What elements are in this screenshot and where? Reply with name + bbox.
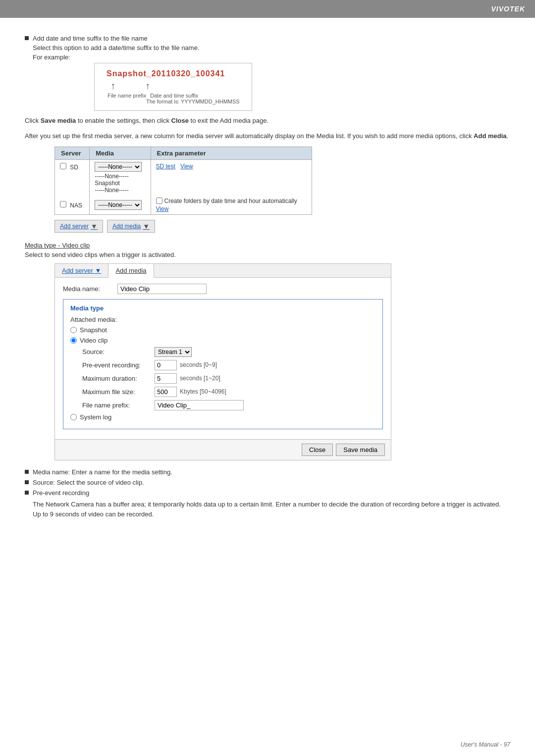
panel-tabs: Add server ▼ Add media	[55, 264, 391, 278]
radio-video-clip[interactable]	[70, 337, 77, 344]
radio-snapshot[interactable]	[70, 327, 77, 333]
sd-view-link[interactable]: View	[180, 163, 193, 170]
save-media-button[interactable]: Save media	[336, 444, 385, 456]
table-row-sd: SD -----None----- Snapshot -----None----…	[55, 159, 312, 196]
bottom-bullet-icon-2	[25, 480, 29, 484]
bullet-icon-1	[25, 36, 29, 40]
max-duration-label: Maximum duration:	[82, 375, 152, 382]
bold-save-media: Save media	[41, 117, 76, 124]
radio-snapshot-label: Snapshot	[80, 326, 107, 334]
section2-container: Media type - Video clip Select to send v…	[25, 242, 510, 258]
label-suffix: Date and time suffix	[150, 93, 198, 99]
attached-media-label: Attached media:	[70, 316, 375, 323]
nas-create-folders-checkbox[interactable]	[156, 198, 162, 204]
arrow-up-2: ↑	[145, 80, 150, 92]
pre-event-input[interactable]	[155, 360, 177, 370]
nas-label: NAS	[70, 202, 82, 209]
radio-row-snapshot: Snapshot	[70, 326, 375, 334]
paragraph-2: After you set up the first media server,…	[25, 131, 510, 142]
nas-view-row: View	[156, 205, 307, 212]
pre-event-row: Pre-event recording: seconds [0~9]	[82, 360, 375, 370]
bottom-bullet-icon-1	[25, 470, 29, 474]
sd-option-snapshot: Snapshot	[95, 180, 145, 187]
sd-media-select[interactable]: -----None----- Snapshot	[95, 162, 142, 172]
add-server-button-1[interactable]: Add server ▼	[54, 220, 103, 233]
source-row: Source: Stream 1 Stream 2	[82, 347, 375, 357]
bullet-text-1: Add date and time suffix to the file nam…	[33, 35, 148, 42]
col-header-media: Media	[90, 147, 151, 159]
max-file-label: Maximum file size:	[82, 388, 152, 396]
bottom-bullet-text-2: Source: Select the source of video clip.	[33, 479, 144, 486]
format-note: The format is: YYYYMMDD_HHMMSS	[146, 99, 240, 104]
sd-option-none2: -----None-----	[95, 187, 145, 194]
indent-text-1: Select this option to add a date/time su…	[33, 44, 510, 51]
tab-add-media[interactable]: Add media	[108, 264, 154, 278]
max-file-input[interactable]	[155, 387, 177, 397]
nas-create-folders-label: Create folders by date time and hour aut…	[164, 198, 297, 204]
pre-event-unit: seconds [0~9]	[180, 361, 217, 368]
add-media-label-1: Add media	[112, 223, 141, 230]
media-type-title: Media type	[70, 304, 375, 312]
arrows-row: ↑ ↑	[110, 80, 236, 92]
nas-extra-row: Create folders by date time and hour aut…	[156, 198, 307, 204]
tab-add-server-label: Add server	[62, 267, 93, 274]
radio-video-clip-label: Video clip	[80, 337, 107, 344]
video-clip-sub-form: Source: Stream 1 Stream 2 Pre-event reco…	[82, 347, 375, 410]
sd-extra-cell: SD test View	[151, 159, 312, 196]
radio-row-system-log: System log	[70, 413, 375, 421]
example-box: Snapshot_20110320_100341 ↑ ↑ File name p…	[94, 63, 252, 111]
add-media-icon-1: ▼	[143, 222, 150, 230]
pre-event-desc: The Network Camera has a buffer area; it…	[33, 500, 510, 520]
sd-label: SD	[70, 164, 78, 171]
add-server-icon-1: ▼	[91, 222, 98, 230]
header-bar: VIVOTEK	[0, 0, 535, 18]
nas-extra-cell: Create folders by date time and hour aut…	[151, 196, 312, 215]
add-media-button-1[interactable]: Add media ▼	[107, 220, 155, 233]
panel-footer: Close Save media	[55, 439, 391, 460]
arrow-up-1: ↑	[110, 80, 115, 92]
media-type-box: Media type Attached media: Snapshot Vide…	[63, 299, 383, 429]
media-name-input[interactable]	[117, 284, 207, 294]
table-btn-row: Add server ▼ Add media ▼	[54, 220, 510, 233]
nas-view-link[interactable]: View	[156, 205, 169, 212]
radio-system-log[interactable]	[70, 414, 77, 420]
max-duration-input[interactable]	[155, 373, 177, 384]
bottom-bullet-icon-3	[25, 491, 29, 495]
max-duration-unit: seconds [1~20]	[180, 375, 220, 382]
tab-add-server[interactable]: Add server ▼	[55, 264, 108, 277]
label-prefix: File name prefix	[107, 93, 146, 99]
col-header-server: Server	[55, 147, 90, 159]
sd-checkbox[interactable]	[60, 163, 66, 169]
radio-system-log-label: System log	[80, 413, 111, 421]
pre-event-label: Pre-event recording:	[82, 361, 152, 369]
paragraph-1: Click Save media to enable the settings,…	[25, 116, 510, 126]
nas-media-select[interactable]: -----None----- Snapshot	[95, 200, 142, 210]
bold-close: Close	[171, 117, 189, 124]
sd-option-none: -----None-----	[95, 173, 145, 180]
nas-server-cell: NAS	[55, 196, 90, 215]
bottom-bullet-text-1: Media name: Enter a name for the media s…	[33, 468, 172, 476]
nas-media-cell: -----None----- Snapshot	[90, 196, 151, 215]
media-table: Server Media Extra parameter SD -----Non	[54, 147, 312, 215]
bottom-list: Media name: Enter a name for the media s…	[25, 468, 510, 520]
section2-title: Media type - Video clip	[25, 242, 510, 249]
file-prefix-input[interactable]	[155, 400, 244, 410]
file-prefix-label: File name prefix:	[82, 402, 152, 409]
panel-body: Media name: Media type Attached media: S…	[55, 278, 391, 439]
page: VIVOTEK Add date and time suffix to the …	[0, 0, 535, 756]
radio-row-video-clip: Video clip	[70, 337, 375, 344]
bold-add-media: Add media	[474, 132, 506, 140]
brand-label: VIVOTEK	[491, 5, 525, 13]
video-clip-panel: Add server ▼ Add media Media name: Media…	[54, 263, 391, 460]
bottom-bullet-1: Media name: Enter a name for the media s…	[25, 468, 510, 476]
sd-test-link[interactable]: SD test	[156, 163, 175, 170]
max-file-row: Maximum file size: Kbytes [50~4096]	[82, 387, 375, 397]
labels-row: File name prefix Date and time suffix	[107, 93, 240, 99]
source-label: Source:	[82, 348, 152, 355]
nas-checkbox[interactable]	[60, 201, 66, 207]
add-server-label-1: Add server	[60, 223, 89, 230]
source-select[interactable]: Stream 1 Stream 2	[155, 347, 192, 357]
close-button[interactable]: Close	[302, 444, 333, 456]
bullet-item-1: Add date and time suffix to the file nam…	[25, 35, 510, 42]
col-header-extra: Extra parameter	[151, 147, 312, 159]
